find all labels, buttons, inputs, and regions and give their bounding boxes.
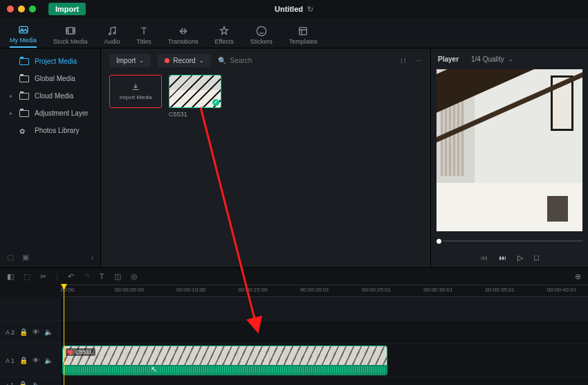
track-label: ♪ 1 bbox=[6, 382, 14, 386]
tab-stock-media[interactable]: Stock Media bbox=[53, 26, 88, 48]
media-grid: Import Media ✓ C5531 bbox=[101, 72, 430, 120]
next-frame-icon[interactable]: ⏭ bbox=[499, 253, 506, 262]
track-body-a2[interactable] bbox=[62, 321, 588, 343]
track-header-a2: A 2 🔒 👁 🔈 bbox=[0, 321, 62, 343]
record-dropdown[interactable]: Record ⌄ bbox=[158, 54, 210, 67]
crop-tool-icon[interactable]: ◫ bbox=[114, 272, 121, 281]
ruler-tick: 00:00:40:01 bbox=[547, 287, 576, 293]
quality-dropdown[interactable]: 1/4 Quality ⌄ bbox=[471, 55, 513, 63]
stock-media-icon bbox=[65, 26, 76, 37]
folder-icon bbox=[19, 93, 29, 100]
ruler-tick: 00:00:35:01 bbox=[486, 287, 515, 293]
tab-transitions[interactable]: Transitions bbox=[168, 26, 199, 48]
tab-label: Effects bbox=[214, 38, 233, 45]
import-media-box[interactable]: Import Media bbox=[109, 75, 162, 108]
play-icon[interactable]: ▷ bbox=[517, 253, 523, 262]
sidebar-item-global-media[interactable]: Global Media bbox=[0, 70, 100, 87]
audio-waveform bbox=[63, 365, 387, 375]
media-panel: Import ⌄ Record ⌄ 🔍 ⫶⫶ ⋯ Import Media bbox=[101, 48, 430, 267]
tab-my-media[interactable]: My Media bbox=[10, 24, 37, 48]
undo-icon[interactable]: ↶ bbox=[68, 272, 74, 281]
stop-icon[interactable]: □ bbox=[534, 253, 539, 262]
close-window-icon[interactable] bbox=[7, 6, 14, 12]
tab-effects[interactable]: Effects bbox=[214, 26, 233, 48]
mute-icon[interactable]: 🔈 bbox=[44, 328, 53, 336]
new-bin-icon[interactable]: ▣ bbox=[22, 253, 29, 262]
tab-label: Templates bbox=[289, 38, 318, 45]
cut-tool-icon[interactable]: ✂ bbox=[40, 272, 46, 281]
marker-tool-icon[interactable]: ◎ bbox=[131, 272, 138, 281]
collapse-sidebar-icon[interactable]: › bbox=[91, 254, 93, 262]
timeline-settings-icon[interactable]: ⊕ bbox=[575, 272, 581, 281]
track-body-music[interactable] bbox=[62, 377, 588, 385]
folder-icon bbox=[19, 110, 29, 117]
import-button[interactable]: Import bbox=[48, 3, 86, 15]
sidebar-item-adjustment-layer[interactable]: ▸ Adjustment Layer bbox=[0, 105, 100, 122]
text-tool-icon[interactable]: T bbox=[100, 272, 104, 280]
titlebar: Import Untitled ↻ bbox=[0, 0, 588, 18]
selection-tool-icon[interactable]: ⬚ bbox=[24, 272, 30, 281]
import-dropdown[interactable]: Import ⌄ bbox=[109, 54, 151, 67]
visibility-icon[interactable]: 👁 bbox=[33, 328, 39, 336]
preview-canvas[interactable] bbox=[437, 69, 582, 231]
more-icon[interactable]: ⋯ bbox=[415, 57, 422, 64]
new-folder-icon[interactable]: ▢ bbox=[7, 253, 14, 262]
track-gap bbox=[0, 297, 588, 321]
filter-icon[interactable]: ⫶⫶ bbox=[400, 57, 407, 64]
timeline-clip[interactable]: C5531 bbox=[62, 346, 387, 375]
sidebar-item-label: Adjustment Layer bbox=[35, 109, 89, 117]
timeline-clip-label: C5531 bbox=[66, 348, 95, 356]
player-label: Player bbox=[438, 55, 459, 63]
tab-audio[interactable]: Audio bbox=[104, 26, 120, 48]
lock-icon[interactable]: 🔒 bbox=[19, 328, 28, 336]
tab-titles[interactable]: Titles bbox=[137, 26, 151, 48]
track-a1: A 1 🔒 👁 🔈 C5531 ↖ bbox=[0, 344, 588, 377]
media-search: 🔍 bbox=[218, 57, 393, 64]
prev-frame-icon[interactable]: ⏮ bbox=[480, 253, 488, 262]
ruler-tick: 00:00:20:01 bbox=[300, 287, 329, 293]
my-media-icon bbox=[18, 24, 29, 35]
sidebar-item-photos-library[interactable]: ✿ Photos Library bbox=[0, 122, 100, 139]
photos-icon: ✿ bbox=[19, 127, 29, 134]
track-header-music: ♪ 1 🔒 🔈 bbox=[0, 377, 62, 385]
track-body-a1[interactable]: C5531 ↖ bbox=[62, 344, 588, 377]
download-icon bbox=[131, 82, 140, 92]
mute-icon[interactable]: 🔈 bbox=[44, 357, 53, 364]
mute-icon[interactable]: 🔈 bbox=[32, 381, 40, 385]
tab-templates[interactable]: Templates bbox=[289, 26, 318, 48]
svg-point-3 bbox=[109, 33, 111, 35]
ruler-tick: 00:00:10:00 bbox=[176, 287, 205, 293]
minimize-window-icon[interactable] bbox=[18, 6, 25, 12]
media-clip[interactable]: ✓ C5531 bbox=[169, 75, 221, 118]
track-label: A 1 bbox=[6, 357, 15, 364]
tracks-panel-icon[interactable]: ◧ bbox=[7, 272, 14, 281]
svg-rect-5 bbox=[300, 28, 307, 35]
expand-icon[interactable]: ▸ bbox=[10, 93, 14, 99]
timeline-ruler[interactable]: 00:0000:00:05:0000:00:10:0000:00:15:0000… bbox=[62, 285, 588, 297]
templates-icon bbox=[297, 26, 309, 37]
expand-icon[interactable]: ▸ bbox=[10, 110, 14, 116]
preview-scrubber[interactable] bbox=[437, 234, 582, 248]
search-input[interactable] bbox=[230, 57, 313, 64]
tab-stickers[interactable]: Stickers bbox=[250, 26, 273, 48]
history-icon[interactable]: ↻ bbox=[307, 5, 313, 14]
scrub-playhead-icon[interactable] bbox=[437, 239, 441, 244]
search-icon: 🔍 bbox=[218, 57, 226, 64]
folder-icon bbox=[19, 58, 29, 65]
window-controls bbox=[7, 6, 36, 12]
timeline-playhead[interactable] bbox=[64, 285, 64, 385]
titles-icon bbox=[138, 26, 149, 37]
sidebar-item-project-media[interactable]: Project Media bbox=[0, 53, 100, 70]
lock-icon[interactable]: 🔒 bbox=[19, 381, 27, 385]
maximize-window-icon[interactable] bbox=[29, 6, 36, 12]
effects-icon bbox=[219, 26, 230, 37]
redo-icon[interactable]: ↷ bbox=[84, 272, 90, 281]
sidebar-item-cloud-media[interactable]: ▸ Cloud Media bbox=[0, 87, 100, 105]
lock-icon[interactable]: 🔒 bbox=[19, 357, 28, 364]
main-row: Project Media Global Media ▸ Cloud Media… bbox=[0, 48, 588, 267]
visibility-icon[interactable]: 👁 bbox=[33, 357, 39, 364]
audio-icon bbox=[107, 26, 118, 37]
sidebar-item-label: Project Media bbox=[35, 57, 77, 65]
media-sidebar: Project Media Global Media ▸ Cloud Media… bbox=[0, 48, 101, 267]
clip-thumbnail[interactable]: ✓ bbox=[169, 75, 221, 108]
